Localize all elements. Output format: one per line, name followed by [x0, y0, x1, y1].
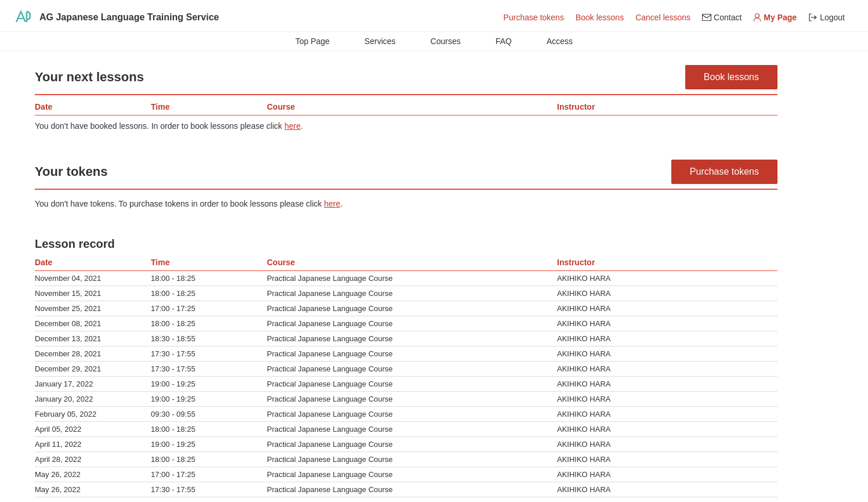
next-lessons-divider — [35, 94, 777, 95]
next-lessons-section: Your next lessons Book lessons Date Time… — [35, 65, 777, 136]
record-instructor: AKIHIKO HARA — [557, 380, 777, 388]
record-time: 18:00 - 18:25 — [151, 289, 267, 298]
record-course: Practical Japanese Language Course — [267, 380, 557, 388]
record-course: Practical Japanese Language Course — [267, 410, 557, 418]
mypage-link[interactable]: My Page — [753, 13, 797, 22]
purchase-tokens-link[interactable]: Purchase tokens — [504, 13, 564, 22]
record-date: November 04, 2021 — [35, 274, 151, 283]
cancel-lessons-link[interactable]: Cancel lessons — [635, 13, 690, 22]
col-date: Date — [35, 102, 151, 111]
nav-top-page[interactable]: Top Page — [295, 37, 330, 46]
record-col-course: Course — [267, 258, 557, 267]
record-time: 09:30 - 09:55 — [151, 410, 267, 418]
record-date: November 15, 2021 — [35, 289, 151, 298]
table-row: November 15, 2021 18:00 - 18:25 Practica… — [35, 286, 777, 301]
table-row: April 05, 2022 18:00 - 18:25 Practical J… — [35, 422, 777, 437]
record-instructor: AKIHIKO HARA — [557, 304, 777, 313]
record-col-instructor: Instructor — [557, 258, 777, 267]
tokens-section: Your tokens Purchase tokens You don't ha… — [35, 160, 777, 214]
record-instructor: AKIHIKO HARA — [557, 349, 777, 358]
header: AG Japanese Language Training Service Pu… — [0, 0, 868, 32]
nav-services[interactable]: Services — [364, 37, 396, 46]
record-date: April 28, 2022 — [35, 455, 151, 464]
record-instructor: AKIHIKO HARA — [557, 485, 777, 494]
table-row: April 28, 2022 18:00 - 18:25 Practical J… — [35, 452, 777, 467]
record-time: 18:00 - 18:25 — [151, 425, 267, 434]
tokens-divider — [35, 189, 777, 190]
mypage-label: My Page — [764, 13, 797, 22]
record-instructor: AKIHIKO HARA — [557, 410, 777, 418]
record-date: December 28, 2021 — [35, 349, 151, 358]
record-course: Practical Japanese Language Course — [267, 289, 557, 298]
next-lessons-no-data: You don't have booked lessons. In order … — [35, 115, 777, 136]
record-instructor: AKIHIKO HARA — [557, 334, 777, 343]
next-lessons-header: Your next lessons Book lessons — [35, 65, 777, 89]
record-time: 18:00 - 18:25 — [151, 274, 267, 283]
logout-icon — [808, 13, 818, 21]
record-time: 17:00 - 17:25 — [151, 304, 267, 313]
svg-rect-0 — [703, 15, 711, 21]
record-date: April 05, 2022 — [35, 425, 151, 434]
table-row: December 29, 2021 17:30 - 17:55 Practica… — [35, 362, 777, 377]
record-date: December 13, 2021 — [35, 334, 151, 343]
record-course: Practical Japanese Language Course — [267, 485, 557, 494]
record-time: 17:30 - 17:55 — [151, 364, 267, 373]
record-time: 17:30 - 17:55 — [151, 485, 267, 494]
book-lessons-button[interactable]: Book lessons — [685, 65, 777, 89]
nav-access[interactable]: Access — [547, 37, 573, 46]
record-time: 19:00 - 19:25 — [151, 440, 267, 449]
record-instructor: AKIHIKO HARA — [557, 395, 777, 403]
record-instructor: AKIHIKO HARA — [557, 440, 777, 449]
table-row: December 28, 2021 17:30 - 17:55 Practica… — [35, 346, 777, 362]
col-course: Course — [267, 102, 557, 111]
nav-courses[interactable]: Courses — [431, 37, 461, 46]
record-course: Practical Japanese Language Course — [267, 425, 557, 434]
record-course: Practical Japanese Language Course — [267, 470, 557, 479]
contact-link[interactable]: Contact — [702, 13, 742, 22]
table-row: January 17, 2022 19:00 - 19:25 Practical… — [35, 377, 777, 392]
table-row: June 07, 2022 18:00 - 18:25 Practical Ja… — [35, 497, 777, 502]
record-instructor: AKIHIKO HARA — [557, 319, 777, 328]
contact-label: Contact — [714, 13, 742, 22]
table-row: November 25, 2021 17:00 - 17:25 Practica… — [35, 301, 777, 316]
table-row: December 13, 2021 18:30 - 18:55 Practica… — [35, 331, 777, 346]
next-lessons-title: Your next lessons — [35, 70, 144, 85]
record-course: Practical Japanese Language Course — [267, 274, 557, 283]
record-col-time: Time — [151, 258, 267, 267]
record-instructor: AKIHIKO HARA — [557, 274, 777, 283]
table-row: November 04, 2021 18:00 - 18:25 Practica… — [35, 271, 777, 286]
logo-icon — [12, 6, 35, 29]
col-instructor: Instructor — [557, 102, 777, 111]
table-row: May 26, 2022 17:30 - 17:55 Practical Jap… — [35, 482, 777, 497]
record-instructor: AKIHIKO HARA — [557, 470, 777, 479]
second-navigation: Top Page Services Courses FAQ Access — [0, 32, 868, 51]
next-lessons-column-headers: Date Time Course Instructor — [35, 99, 777, 115]
record-date: May 26, 2022 — [35, 485, 151, 494]
table-row: April 11, 2022 19:00 - 19:25 Practical J… — [35, 437, 777, 452]
record-time: 19:00 - 19:25 — [151, 395, 267, 403]
tokens-here-link[interactable]: here — [324, 199, 340, 208]
user-icon — [753, 13, 761, 22]
record-course: Practical Japanese Language Course — [267, 319, 557, 328]
table-row: February 05, 2022 09:30 - 09:55 Practica… — [35, 407, 777, 422]
record-time: 18:00 - 18:25 — [151, 455, 267, 464]
record-date: May 26, 2022 — [35, 470, 151, 479]
lesson-record-section: Lesson record Date Time Course Instructo… — [35, 237, 777, 502]
lesson-record-column-headers: Date Time Course Instructor — [35, 254, 777, 271]
record-course: Practical Japanese Language Course — [267, 304, 557, 313]
book-lessons-link[interactable]: Book lessons — [576, 13, 624, 22]
record-date: January 17, 2022 — [35, 380, 151, 388]
purchase-tokens-button[interactable]: Purchase tokens — [671, 160, 777, 184]
next-lessons-here-link[interactable]: here — [284, 121, 301, 131]
record-time: 18:30 - 18:55 — [151, 334, 267, 343]
top-navigation: Purchase tokens Book lessons Cancel less… — [504, 13, 845, 22]
tokens-title: Your tokens — [35, 164, 108, 179]
logout-link[interactable]: Logout — [808, 13, 845, 22]
brand-name: AG Japanese Language Training Service — [39, 12, 219, 23]
lesson-record-title: Lesson record — [35, 237, 777, 251]
record-date: January 20, 2022 — [35, 395, 151, 403]
nav-faq[interactable]: FAQ — [496, 37, 512, 46]
tokens-section-header: Your tokens Purchase tokens — [35, 160, 777, 184]
record-date: February 05, 2022 — [35, 410, 151, 418]
record-time: 19:00 - 19:25 — [151, 380, 267, 388]
